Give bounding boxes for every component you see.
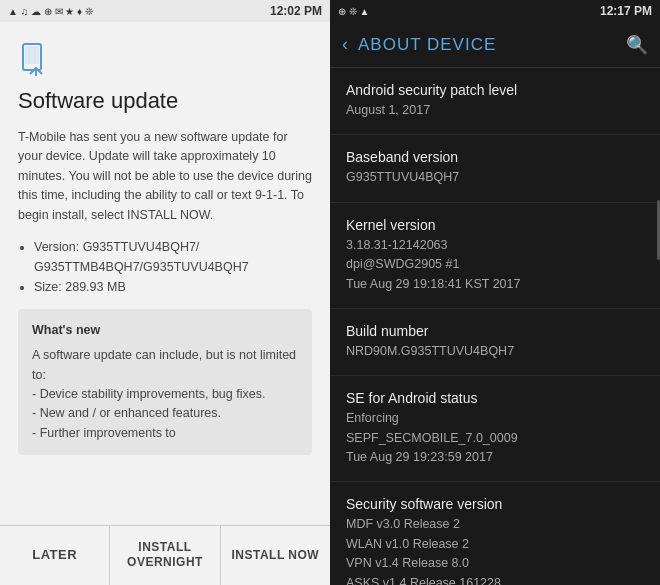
info-row-security-patch: Android security patch level August 1, 2… (330, 68, 660, 135)
info-value: MDF v3.0 Release 2 WLAN v1.0 Release 2 V… (346, 515, 644, 585)
right-status-icons: ⊕ ❊ ▲ (338, 6, 369, 17)
left-content: Software update T-Mobile has sent you a … (0, 22, 330, 525)
right-panel: ⊕ ❊ ▲ 12:17 PM ‹ ABOUT DEVICE 🔍 Android … (330, 0, 660, 585)
info-value: 3.18.31-12142063 dpi@SWDG2905 #1 Tue Aug… (346, 236, 644, 294)
list-item: Size: 289.93 MB (34, 277, 312, 297)
info-row-security-software: Security software version MDF v3.0 Relea… (330, 482, 660, 585)
left-panel: ▲ ♫ ☁ ⊕ ✉ ★ ♦ ❊ 12:02 PM Software update… (0, 0, 330, 585)
back-arrow-icon[interactable]: ‹ (342, 34, 348, 55)
right-time: 12:17 PM (600, 4, 652, 18)
status-bar-right: ⊕ ❊ ▲ 12:17 PM (330, 0, 660, 22)
nav-title: ABOUT DEVICE (358, 35, 626, 55)
info-value: G935TTUVU4BQH7 (346, 168, 644, 187)
info-value: NRD90M.G935TTUVU4BQH7 (346, 342, 644, 361)
update-title: Software update (18, 88, 312, 114)
update-icon (18, 42, 54, 78)
info-value: August 1, 2017 (346, 101, 644, 120)
update-list: Version: G935TTUVU4BQH7/ G935TTMB4BQH7/G… (18, 237, 312, 297)
right-content: Android security patch level August 1, 2… (330, 68, 660, 585)
list-item: Version: G935TTUVU4BQH7/ G935TTMB4BQH7/G… (34, 237, 312, 277)
info-row-baseband: Baseband version G935TTUVU4BQH7 (330, 135, 660, 202)
left-time: 12:02 PM (270, 4, 322, 18)
info-label: Kernel version (346, 217, 644, 233)
info-row-kernel: Kernel version 3.18.31-12142063 dpi@SWDG… (330, 203, 660, 309)
right-nav: ‹ ABOUT DEVICE 🔍 (330, 22, 660, 68)
install-now-button[interactable]: INSTALL NOW (221, 526, 330, 585)
later-button[interactable]: LATER (0, 526, 110, 585)
info-label: Build number (346, 323, 644, 339)
whats-new-title: What's new (32, 321, 298, 340)
whats-new-body: A software update can include, but is no… (32, 346, 298, 443)
info-label: Android security patch level (346, 82, 644, 98)
left-buttons: LATER INSTALL OVERNIGHT INSTALL NOW (0, 525, 330, 585)
info-row-se-android: SE for Android status Enforcing SEPF_SEC… (330, 376, 660, 482)
update-body: T-Mobile has sent you a new software upd… (18, 128, 312, 225)
info-row-build: Build number NRD90M.G935TTUVU4BQH7 (330, 309, 660, 376)
info-label: Baseband version (346, 149, 644, 165)
info-label: SE for Android status (346, 390, 644, 406)
info-label: Security software version (346, 496, 644, 512)
svg-rect-1 (25, 46, 39, 64)
status-bar-left: ▲ ♫ ☁ ⊕ ✉ ★ ♦ ❊ 12:02 PM (0, 0, 330, 22)
info-value: Enforcing SEPF_SECMOBILE_7.0_0009 Tue Au… (346, 409, 644, 467)
search-icon[interactable]: 🔍 (626, 34, 648, 56)
left-status-icons: ▲ ♫ ☁ ⊕ ✉ ★ ♦ ❊ (8, 6, 93, 17)
whats-new-box: What's new A software update can include… (18, 309, 312, 455)
install-overnight-button[interactable]: INSTALL OVERNIGHT (110, 526, 220, 585)
